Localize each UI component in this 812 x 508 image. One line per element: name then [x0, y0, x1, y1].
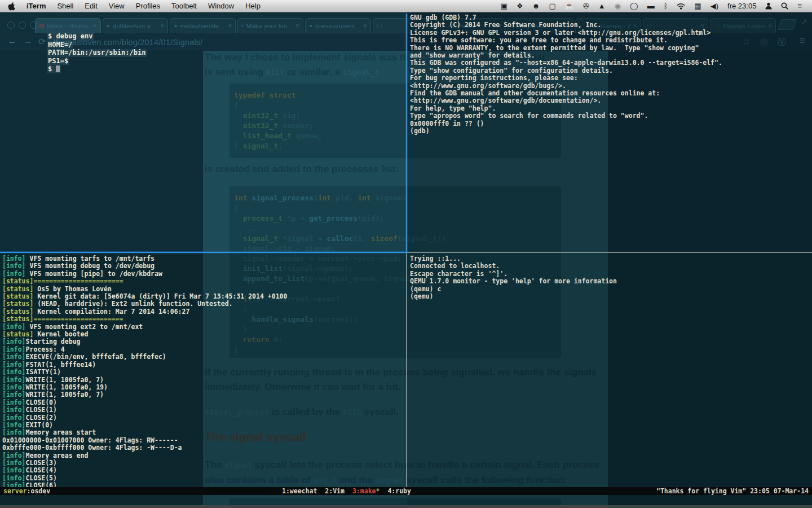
browser-menu-icon[interactable]: ≡: [799, 35, 805, 47]
tab-title: Inbox – thoma: [47, 23, 91, 29]
lock-favicon-icon: ▪: [241, 23, 244, 29]
blog-paragraph: is created and added to the processes li…: [205, 164, 399, 175]
tmux-window-list: 1:weechat2:Vim3:make*4:ruby: [282, 487, 419, 495]
wifi-icon[interactable]: [672, 3, 690, 10]
blog-paragraph: is sent using kill or similar, a signal_…: [205, 67, 379, 78]
battery-icon[interactable]: ▬: [643, 2, 659, 10]
fast-user-switch-icon[interactable]: [761, 2, 776, 10]
tab-close-icon[interactable]: ×: [363, 22, 367, 30]
window-expand-icon[interactable]: ↗: [801, 17, 807, 26]
grabber-app-icon[interactable]: ▣: [496, 2, 512, 10]
bookmark-star-icon[interactable]: ☆: [743, 37, 750, 47]
desktop-area: MInbox – thoma×●dotfiles/vim a×●mislav/v…: [0, 12, 812, 508]
github-favicon-icon: ●: [107, 23, 110, 29]
tab-close-icon[interactable]: ×: [768, 22, 772, 30]
v-extension-icon[interactable]: Ⓥ: [778, 37, 786, 47]
reload-button[interactable]: ⟳: [38, 36, 46, 47]
browser-tab-inbox-thoma[interactable]: MInbox – thoma×: [35, 18, 101, 33]
display-icon[interactable]: ▢: [544, 2, 560, 10]
tab-title: dotfiles/vim a: [113, 23, 158, 29]
tmux-window-4-ruby[interactable]: 4:ruby: [387, 487, 411, 495]
tmux-status-bar: server:osdev 1:weechat2:Vim3:make*4:ruby…: [0, 487, 812, 495]
back-button[interactable]: ←: [8, 36, 17, 46]
browser-tab-make-your-firs[interactable]: ▪Make your firs×: [237, 18, 303, 33]
pane-divider-horizontal[interactable]: [407, 252, 812, 253]
menu-iterm[interactable]: iTerm: [21, 2, 51, 10]
tab-close-icon[interactable]: ×: [295, 22, 299, 30]
coffee-caffeine-icon[interactable]: ☕: [561, 2, 579, 10]
tmux-right-status: "Thanks for flying Vim" 23:05 07-Mar-14: [656, 487, 809, 495]
tab-title: mislav/vimfile: [180, 23, 226, 29]
tab-title: Make your firs: [246, 23, 293, 29]
terminal-pane-qemu-monitor[interactable]: Trying ::1...Connected to localhost.Esca…: [410, 255, 617, 300]
tmux-window-1-weechat[interactable]: 1:weechat: [282, 487, 317, 495]
drive-icon[interactable]: ▲: [594, 2, 610, 10]
menu-edit[interactable]: Edit: [79, 2, 103, 10]
forward-button[interactable]: →: [23, 36, 32, 46]
terminal-pane-shell[interactable]: $ debug envHOME=/PATH=/bin:/usr/sbin:/bi…: [47, 33, 147, 74]
terminal-pane-gdb[interactable]: GNU gdb (GDB) 7.7Copyright (C) 2014 Free…: [410, 14, 722, 135]
tab-close-icon[interactable]: ×: [160, 22, 164, 30]
browser-tab-mislav-vimfile[interactable]: ●mislav/vimfile×: [170, 18, 236, 33]
browser-tab-toaruos-users[interactable]: ●toaruos/users×: [305, 18, 371, 33]
messages-bubble-icon[interactable]: ◯: [625, 2, 643, 10]
menu-bar-status-icons: ▣❖☻▢☕✇▲◉◯▬ᛒ▦◀)fre 23:05≡: [496, 2, 812, 10]
tmux-session-name: server:osdev: [3, 487, 50, 495]
screen-bottom-edge: [0, 505, 812, 508]
new-tab-button[interactable]: [778, 19, 797, 30]
terminal-pane-kernel-log[interactable]: [info] VFS mounting tarfs to /mnt/tarfs[…: [2, 255, 287, 490]
volume-icon[interactable]: ◀): [706, 2, 723, 10]
traffic-light-minimize-button[interactable]: [19, 21, 26, 29]
keyboard-icon[interactable]: ▦: [690, 2, 705, 10]
desktop-screen: iTermShellEditViewProfilesToolbeltWindow…: [0, 0, 812, 508]
menu-bar-menus: iTermShellEditViewProfilesToolbeltWindow…: [21, 2, 266, 10]
adblock-extension-icon[interactable]: [760, 38, 768, 46]
gmail-favicon-icon: M: [39, 23, 44, 29]
menu-window[interactable]: Window: [202, 2, 240, 10]
notification-center-icon[interactable]: ≡: [793, 2, 806, 10]
menu-toolbelt[interactable]: Toolbelt: [166, 2, 202, 10]
browser-tab-dotfiles-vim-a[interactable]: ●dotfiles/vim a×: [103, 18, 169, 33]
traffic-light-close-button[interactable]: [7, 21, 15, 29]
menu-profiles[interactable]: Profiles: [130, 2, 166, 10]
menu-view[interactable]: View: [103, 2, 130, 10]
github-favicon-icon: ●: [174, 23, 177, 29]
notification-bell-icon[interactable]: ◉: [610, 2, 625, 10]
tmux-window-3-make[interactable]: 3:make*: [352, 487, 379, 495]
menu-help[interactable]: Help: [240, 2, 266, 10]
pane-divider-vertical-active[interactable]: [406, 14, 407, 252]
menu-shell[interactable]: Shell: [51, 2, 79, 10]
tab-close-icon[interactable]: ×: [228, 22, 232, 30]
bluetooth-icon[interactable]: ᛒ: [659, 2, 673, 10]
menu-bar: iTermShellEditViewProfilesToolbeltWindow…: [0, 0, 812, 12]
tab-title: Thomas Lovén: [722, 23, 766, 29]
dropbox-icon[interactable]: ❖: [512, 2, 528, 10]
terminal-cursor: [56, 65, 60, 72]
pane-divider-horizontal-active[interactable]: [0, 252, 407, 253]
menu-bar-clock[interactable]: fre 23:05: [723, 2, 761, 10]
page-favicon-icon: ▢: [377, 23, 382, 29]
blog-paragraph: The way I chose to implement signals was…: [205, 52, 409, 63]
tape-reel-icon[interactable]: ✇: [579, 2, 594, 10]
spotlight-search-icon[interactable]: [776, 2, 793, 10]
github-favicon-icon: ●: [309, 23, 312, 29]
tab-close-icon[interactable]: ×: [93, 22, 97, 30]
apple-menu-icon[interactable]: [8, 2, 15, 11]
face-app-icon[interactable]: ☻: [528, 2, 545, 10]
tab-title: toaruos/users: [315, 23, 361, 29]
pane-divider-vertical[interactable]: [406, 253, 407, 487]
tmux-window-2-vim[interactable]: 2:Vim: [325, 487, 345, 495]
